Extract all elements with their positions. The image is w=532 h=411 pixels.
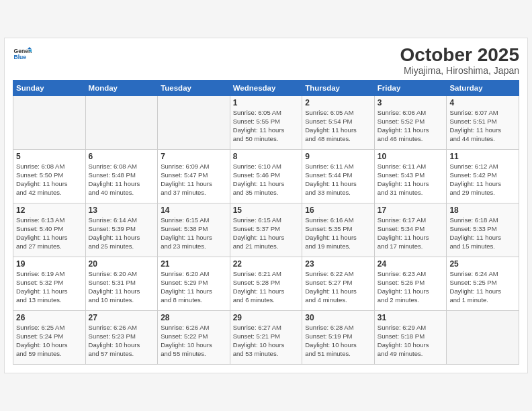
month-title: October 2025 (400, 45, 519, 66)
calendar-cell: 18Sunrise: 6:18 AM Sunset: 5:33 PM Dayli… (447, 203, 519, 257)
day-content: Sunrise: 6:19 AM Sunset: 5:32 PM Dayligh… (16, 270, 83, 304)
day-number: 11 (449, 152, 516, 161)
day-content: Sunrise: 6:10 AM Sunset: 5:46 PM Dayligh… (233, 163, 300, 197)
day-number: 6 (89, 152, 155, 161)
day-number: 18 (449, 205, 516, 215)
day-content: Sunrise: 6:13 AM Sunset: 5:40 PM Dayligh… (16, 216, 83, 250)
day-number: 14 (161, 205, 227, 215)
day-number: 1 (233, 98, 300, 107)
day-content: Sunrise: 6:22 AM Sunset: 5:27 PM Dayligh… (305, 270, 371, 304)
day-number: 22 (233, 259, 300, 269)
day-content: Sunrise: 6:26 AM Sunset: 5:23 PM Dayligh… (89, 324, 155, 358)
day-content: Sunrise: 6:05 AM Sunset: 5:54 PM Dayligh… (305, 109, 371, 143)
calendar-cell (158, 96, 230, 150)
day-content: Sunrise: 6:11 AM Sunset: 5:44 PM Dayligh… (305, 163, 371, 197)
day-number: 26 (16, 313, 83, 322)
calendar-cell: 30Sunrise: 6:28 AM Sunset: 5:19 PM Dayli… (302, 311, 375, 365)
calendar-cell: 13Sunrise: 6:14 AM Sunset: 5:39 PM Dayli… (85, 203, 158, 257)
day-content: Sunrise: 6:16 AM Sunset: 5:35 PM Dayligh… (305, 216, 371, 250)
day-number: 23 (305, 259, 371, 269)
calendar-cell (447, 311, 519, 365)
calendar-cell: 10Sunrise: 6:11 AM Sunset: 5:43 PM Dayli… (374, 150, 447, 203)
calendar-cell: 29Sunrise: 6:27 AM Sunset: 5:21 PM Dayli… (230, 311, 302, 365)
day-content: Sunrise: 6:20 AM Sunset: 5:31 PM Dayligh… (89, 270, 155, 304)
calendar-header: SundayMondayTuesdayWednesdayThursdayFrid… (13, 81, 519, 96)
calendar-cell: 31Sunrise: 6:29 AM Sunset: 5:18 PM Dayli… (374, 311, 447, 365)
day-content: Sunrise: 6:28 AM Sunset: 5:19 PM Dayligh… (305, 324, 371, 358)
day-content: Sunrise: 6:29 AM Sunset: 5:18 PM Dayligh… (378, 324, 444, 358)
calendar-table: SundayMondayTuesdayWednesdayThursdayFrid… (13, 80, 519, 365)
day-content: Sunrise: 6:05 AM Sunset: 5:55 PM Dayligh… (233, 109, 300, 143)
calendar-cell: 25Sunrise: 6:24 AM Sunset: 5:25 PM Dayli… (447, 257, 519, 311)
calendar-cell: 3Sunrise: 6:06 AM Sunset: 5:52 PM Daylig… (374, 96, 447, 150)
day-content: Sunrise: 6:08 AM Sunset: 5:48 PM Dayligh… (89, 163, 155, 197)
calendar-cell: 24Sunrise: 6:23 AM Sunset: 5:26 PM Dayli… (374, 257, 447, 311)
weekday-header: Friday (374, 81, 447, 96)
calendar-cell: 8Sunrise: 6:10 AM Sunset: 5:46 PM Daylig… (230, 150, 302, 203)
calendar-cell: 23Sunrise: 6:22 AM Sunset: 5:27 PM Dayli… (302, 257, 375, 311)
calendar-cell: 9Sunrise: 6:11 AM Sunset: 5:44 PM Daylig… (302, 150, 375, 203)
day-content: Sunrise: 6:06 AM Sunset: 5:52 PM Dayligh… (378, 109, 444, 143)
day-number: 8 (233, 152, 300, 161)
calendar-week-row: 19Sunrise: 6:19 AM Sunset: 5:32 PM Dayli… (13, 257, 519, 311)
calendar-cell: 26Sunrise: 6:25 AM Sunset: 5:24 PM Dayli… (13, 311, 86, 365)
logo: General Blue (13, 45, 32, 64)
location: Miyajima, Hiroshima, Japan (400, 65, 519, 76)
weekday-header: Sunday (13, 81, 86, 96)
calendar-cell: 4Sunrise: 6:07 AM Sunset: 5:51 PM Daylig… (447, 96, 519, 150)
day-content: Sunrise: 6:23 AM Sunset: 5:26 PM Dayligh… (378, 270, 444, 304)
weekday-header: Monday (85, 81, 158, 96)
svg-text:Blue: Blue (14, 54, 27, 60)
logo-icon: General Blue (13, 45, 32, 64)
day-number: 9 (305, 152, 371, 161)
day-number: 27 (89, 313, 155, 322)
day-number: 31 (378, 313, 444, 322)
calendar-cell (13, 96, 86, 150)
day-content: Sunrise: 6:21 AM Sunset: 5:28 PM Dayligh… (233, 270, 300, 304)
day-number: 20 (89, 259, 155, 269)
day-number: 15 (233, 205, 300, 215)
calendar-cell: 27Sunrise: 6:26 AM Sunset: 5:23 PM Dayli… (85, 311, 158, 365)
day-number: 16 (305, 205, 371, 215)
day-content: Sunrise: 6:15 AM Sunset: 5:38 PM Dayligh… (161, 216, 227, 250)
day-number: 2 (305, 98, 371, 107)
calendar-cell: 28Sunrise: 6:26 AM Sunset: 5:22 PM Dayli… (158, 311, 230, 365)
calendar-cell: 19Sunrise: 6:19 AM Sunset: 5:32 PM Dayli… (13, 257, 86, 311)
header-right: October 2025 Miyajima, Hiroshima, Japan (400, 45, 519, 77)
day-number: 28 (161, 313, 227, 322)
day-number: 5 (16, 152, 83, 161)
day-content: Sunrise: 6:20 AM Sunset: 5:29 PM Dayligh… (161, 270, 227, 304)
calendar-cell: 5Sunrise: 6:08 AM Sunset: 5:50 PM Daylig… (13, 150, 86, 203)
calendar-cell: 12Sunrise: 6:13 AM Sunset: 5:40 PM Dayli… (13, 203, 86, 257)
calendar-cell: 17Sunrise: 6:17 AM Sunset: 5:34 PM Dayli… (374, 203, 447, 257)
calendar-cell: 6Sunrise: 6:08 AM Sunset: 5:48 PM Daylig… (85, 150, 158, 203)
calendar-cell: 11Sunrise: 6:12 AM Sunset: 5:42 PM Dayli… (447, 150, 519, 203)
day-content: Sunrise: 6:26 AM Sunset: 5:22 PM Dayligh… (161, 324, 227, 358)
weekday-header: Saturday (447, 81, 519, 96)
calendar-week-row: 5Sunrise: 6:08 AM Sunset: 5:50 PM Daylig… (13, 150, 519, 203)
calendar-week-row: 1Sunrise: 6:05 AM Sunset: 5:55 PM Daylig… (13, 96, 519, 150)
weekday-header: Thursday (302, 81, 375, 96)
day-number: 4 (449, 98, 516, 107)
calendar-cell: 20Sunrise: 6:20 AM Sunset: 5:31 PM Dayli… (85, 257, 158, 311)
day-content: Sunrise: 6:24 AM Sunset: 5:25 PM Dayligh… (449, 270, 516, 304)
calendar-cell: 1Sunrise: 6:05 AM Sunset: 5:55 PM Daylig… (230, 96, 302, 150)
calendar-cell: 22Sunrise: 6:21 AM Sunset: 5:28 PM Dayli… (230, 257, 302, 311)
calendar-week-row: 26Sunrise: 6:25 AM Sunset: 5:24 PM Dayli… (13, 311, 519, 365)
day-number: 30 (305, 313, 371, 322)
calendar-cell: 14Sunrise: 6:15 AM Sunset: 5:38 PM Dayli… (158, 203, 230, 257)
day-number: 13 (89, 205, 155, 215)
day-content: Sunrise: 6:12 AM Sunset: 5:42 PM Dayligh… (449, 163, 516, 197)
day-content: Sunrise: 6:08 AM Sunset: 5:50 PM Dayligh… (16, 163, 83, 197)
weekday-header: Wednesday (230, 81, 302, 96)
calendar-cell: 2Sunrise: 6:05 AM Sunset: 5:54 PM Daylig… (302, 96, 375, 150)
day-number: 24 (378, 259, 444, 269)
day-content: Sunrise: 6:27 AM Sunset: 5:21 PM Dayligh… (233, 324, 300, 358)
day-number: 7 (161, 152, 227, 161)
weekday-row: SundayMondayTuesdayWednesdayThursdayFrid… (13, 81, 519, 96)
day-number: 25 (449, 259, 516, 269)
calendar-cell: 16Sunrise: 6:16 AM Sunset: 5:35 PM Dayli… (302, 203, 375, 257)
day-content: Sunrise: 6:15 AM Sunset: 5:37 PM Dayligh… (233, 216, 300, 250)
day-content: Sunrise: 6:17 AM Sunset: 5:34 PM Dayligh… (378, 216, 444, 250)
calendar-page: General Blue October 2025 Miyajima, Hiro… (4, 38, 528, 374)
